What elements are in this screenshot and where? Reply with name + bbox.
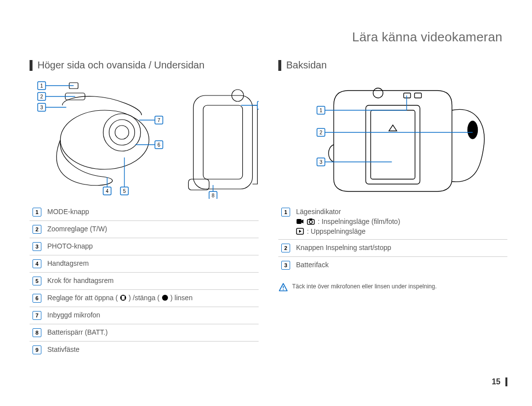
svg-text:5: 5 [123, 188, 126, 194]
callout-box-icon: 1 [281, 208, 290, 217]
part-label: Reglage för att öppna ( ) /stänga ( ) li… [44, 290, 259, 307]
svg-point-2 [109, 120, 135, 145]
callout-8-icon: 8 [209, 191, 217, 199]
svg-rect-38 [122, 296, 125, 300]
left-diagram: 1 2 3 4 5 6 7 8 9 [30, 76, 259, 199]
left-parts-list: 1MODE-knapp 2Zoomreglage (T/W) 3PHOTO-kn… [30, 204, 259, 358]
part-label: Batterispärr (BATT.) [44, 324, 259, 342]
part-label: Stativfäste [44, 342, 259, 359]
svg-text:2: 2 [40, 94, 43, 99]
video-icon [296, 218, 304, 225]
part-label: Handtagsrem [44, 255, 259, 273]
callout-box-icon: 1 [33, 208, 41, 217]
subline: : Inspelningsläge (film/foto) [296, 218, 504, 225]
list-item: 8Batterispärr (BATT.) [30, 324, 259, 342]
svg-rect-44 [415, 93, 422, 98]
list-item: 9Stativfäste [30, 342, 259, 359]
svg-rect-6 [194, 95, 253, 189]
svg-point-1 [103, 114, 141, 151]
play-icon [296, 228, 304, 235]
callout-box-icon: 3 [281, 261, 290, 270]
callout-box-icon: 6 [33, 294, 41, 303]
right-section-heading: Baksidan [278, 60, 507, 71]
svg-text:8: 8 [212, 193, 215, 198]
callout-box-icon: 8 [33, 328, 41, 337]
callout-5-icon: 5 [121, 187, 129, 195]
list-item: 2Knappen Inspelning start/stopp [278, 240, 507, 257]
svg-rect-9 [189, 179, 209, 190]
open-dot-icon [120, 294, 127, 301]
svg-rect-59 [309, 219, 312, 220]
left-column: Höger sida och ovansida / Undersidan [30, 60, 259, 358]
callout-box-icon: 2 [281, 244, 290, 252]
part-label: Batterifack [293, 257, 507, 274]
left-heading-text: Höger sida och ovansida / Undersidan [37, 60, 204, 71]
svg-point-58 [309, 220, 312, 223]
manual-page: Lära känna videokameran Höger sida och o… [0, 0, 532, 406]
callout-box-icon: 2 [33, 225, 41, 234]
svg-rect-41 [371, 110, 415, 179]
callout-2-icon: 2 [38, 93, 46, 100]
svg-point-62 [283, 289, 284, 290]
right-heading-text: Baksidan [286, 60, 327, 71]
subline: : Uppspelningsläge [296, 227, 504, 235]
callout-6-icon: 6 [155, 141, 163, 149]
svg-text:3: 3 [40, 105, 43, 110]
part-label: Inbyggd mikrofon [44, 307, 259, 324]
note: Täck inte över mikrofonen eller linsen u… [278, 282, 507, 292]
svg-rect-43 [404, 93, 411, 98]
right-diagram: 1 2 3 [278, 76, 507, 199]
note-text: Täck inte över mikrofonen eller linsen u… [292, 282, 437, 291]
list-item: 5Krok för handtagsrem [30, 273, 259, 290]
svg-text:6: 6 [158, 142, 161, 148]
close-dot-icon [162, 294, 168, 301]
part-label: Krok för handtagsrem [44, 273, 259, 290]
list-item: 7Inbyggd mikrofon [30, 307, 259, 324]
svg-rect-56 [297, 219, 301, 224]
list-item: 3PHOTO-knapp [30, 238, 259, 255]
svg-rect-35 [258, 101, 259, 109]
svg-text:4: 4 [106, 188, 109, 194]
svg-point-45 [468, 121, 478, 139]
part-label: Zoomreglage (T/W) [44, 221, 259, 238]
camcorder-rear-illustration: 1 2 3 [278, 76, 507, 199]
callout-3-icon: 3 [317, 158, 325, 166]
callout-1-icon: 1 [38, 82, 46, 90]
callout-3-icon: 3 [38, 103, 46, 111]
heading-bar-icon [278, 60, 281, 71]
page-number: 15 [492, 377, 507, 386]
callout-box-icon: 3 [33, 242, 41, 251]
photo-icon [307, 218, 315, 225]
list-item: 4Handtagsrem [30, 255, 259, 273]
svg-rect-40 [366, 105, 420, 184]
camcorder-right-top-bottom-illustration: 1 2 3 4 5 6 7 8 9 [30, 76, 259, 199]
callout-4-icon: 4 [103, 187, 111, 195]
part-label: Lägesindikator : Inspelningsläge (film/f… [293, 204, 507, 240]
part-label: MODE-knapp [44, 204, 259, 221]
svg-point-42 [373, 88, 383, 98]
svg-point-39 [162, 295, 168, 301]
heading-bar-icon [30, 60, 33, 71]
svg-text:1: 1 [40, 83, 43, 89]
caution-icon [278, 282, 288, 292]
part-label: Knappen Inspelning start/stopp [293, 240, 507, 257]
callout-box-icon: 9 [33, 345, 41, 354]
svg-text:7: 7 [158, 118, 161, 123]
part-label: PHOTO-knapp [44, 238, 259, 255]
left-section-heading: Höger sida och ovansida / Undersidan [30, 60, 259, 71]
callout-box-icon: 7 [33, 311, 41, 320]
list-item: 2Zoomreglage (T/W) [30, 221, 259, 238]
list-item: 1 Lägesindikator : Inspelningsläge (film… [278, 204, 507, 240]
svg-rect-7 [203, 105, 243, 179]
svg-text:2: 2 [320, 130, 323, 135]
callout-7-icon: 7 [155, 116, 163, 124]
two-column-layout: Höger sida och ovansida / Undersidan [30, 60, 507, 358]
callout-box-icon: 5 [33, 277, 41, 285]
svg-text:1: 1 [320, 108, 323, 113]
callout-1-icon: 1 [317, 106, 325, 114]
list-item: 6 Reglage för att öppna ( ) /stänga ( ) … [30, 290, 259, 307]
callout-box-icon: 4 [33, 259, 41, 268]
svg-text:3: 3 [320, 159, 323, 165]
right-parts-list: 1 Lägesindikator : Inspelningsläge (film… [278, 204, 507, 274]
callout-9-icon: 9 [258, 101, 259, 109]
